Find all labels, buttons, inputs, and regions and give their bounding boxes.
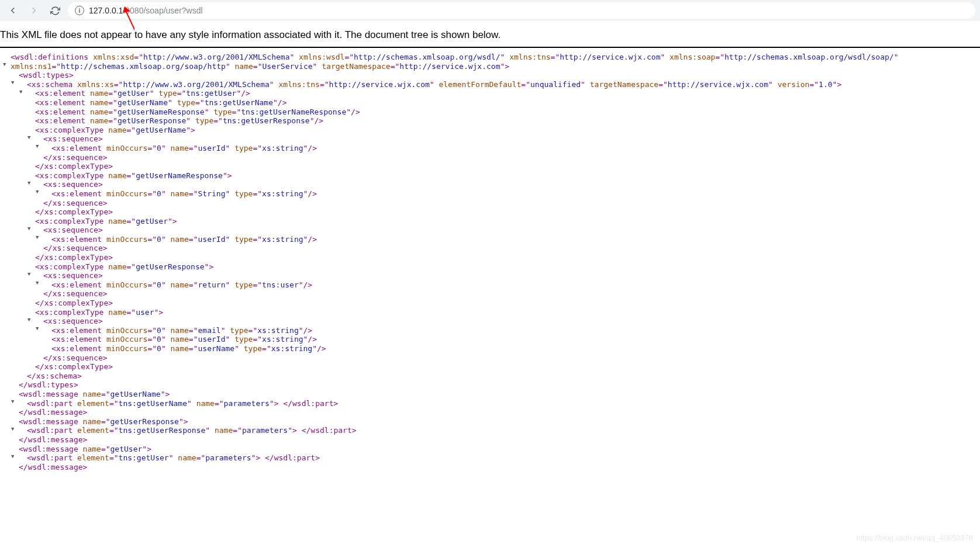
xml-no-style-banner: This XML file does not appear to have an… (0, 21, 980, 48)
back-button[interactable] (5, 2, 21, 19)
xs-element: <xs:element minOccurs="0" name="return" … (2, 280, 980, 290)
xs-element: <xs:element minOccurs="0" name="userId" … (2, 335, 980, 344)
xs-element: <xs:element minOccurs="0" name="userId" … (2, 144, 980, 153)
wsdl-message-open[interactable]: <wsdl:message name="getUserResponse"> (2, 417, 980, 426)
wsdl-definitions-open[interactable]: <wsdl:definitions xmlns:xsd="http://www.… (2, 53, 980, 62)
xs-sequence-open[interactable]: <xs:sequence> (2, 317, 980, 326)
forward-button[interactable] (26, 2, 42, 19)
browser-toolbar: i 127.0.0.1:8080/soap/user?wsdl (0, 0, 980, 21)
xml-tree: <wsdl:definitions xmlns:xsd="http://www.… (0, 53, 980, 471)
xs-element: <xs:element name="getUserNameResponse" t… (2, 107, 980, 117)
wsdl-message-open[interactable]: <wsdl:message name="getUserName"> (2, 390, 980, 399)
wsdl-part: <wsdl:part element="tns:getUserResponse"… (2, 426, 980, 435)
xs-element: <xs:element minOccurs="0" name="userId" … (2, 235, 980, 244)
xs-schema-open[interactable]: <xs:schema xmlns:xs="http://www.w3.org/2… (2, 80, 980, 89)
xs-schema-close: </xs:schema> (2, 372, 980, 381)
xs-sequence-close: </xs:sequence> (2, 289, 980, 299)
xs-complextype-open[interactable]: <xs:complexType name="getUserResponse"> (2, 262, 980, 272)
url-text: 127.0.0.1:8080/soap/user?wsdl (89, 6, 203, 15)
xs-sequence-close: </xs:sequence> (2, 244, 980, 253)
xs-sequence-close: </xs:sequence> (2, 199, 980, 208)
xs-complextype-open[interactable]: <xs:complexType name="getUser"> (2, 217, 980, 226)
xs-complextype-close: </xs:complexType> (2, 299, 980, 308)
wsdl-types-open[interactable]: <wsdl:types> (2, 71, 980, 80)
reload-button[interactable] (47, 2, 63, 19)
wsdl-message-close: </wsdl:message> (2, 435, 980, 445)
xs-element: <xs:element minOccurs="0" name="String" … (2, 189, 980, 199)
xs-element: <xs:element name="getUser" type="tns:get… (2, 89, 980, 98)
xs-complextype-close: </xs:complexType> (2, 162, 980, 171)
info-icon: i (75, 6, 84, 15)
xs-sequence-open[interactable]: <xs:sequence> (2, 180, 980, 189)
wsdl-part: <wsdl:part element="tns:getUserName" nam… (2, 399, 980, 408)
wsdl-part: <wsdl:part element="tns:getUser" name="p… (2, 453, 980, 463)
xs-complextype-close: </xs:complexType> (2, 362, 980, 372)
xs-sequence-close: </xs:sequence> (2, 353, 980, 363)
xs-sequence-open[interactable]: <xs:sequence> (2, 134, 980, 144)
wsdl-definitions-open-cont: xmlns:ns1="http://schemas.xmlsoap.org/so… (2, 62, 980, 71)
xs-complextype-close: </xs:complexType> (2, 207, 980, 217)
address-bar[interactable]: i 127.0.0.1:8080/soap/user?wsdl (68, 2, 975, 19)
xs-element: <xs:element minOccurs="0" name="email" t… (2, 326, 980, 335)
xs-sequence-open[interactable]: <xs:sequence> (2, 271, 980, 280)
xs-element: <xs:element minOccurs="0" name="userName… (2, 344, 980, 353)
wsdl-message-close: </wsdl:message> (2, 463, 980, 472)
xs-complextype-open[interactable]: <xs:complexType name="user"> (2, 308, 980, 317)
xs-element: <xs:element name="getUserName" type="tns… (2, 98, 980, 107)
wsdl-types-close: </wsdl:types> (2, 380, 980, 390)
xs-sequence-open[interactable]: <xs:sequence> (2, 226, 980, 235)
xs-complextype-open[interactable]: <xs:complexType name="getUserName"> (2, 126, 980, 135)
xs-element: <xs:element name="getUserResponse" type=… (2, 116, 980, 126)
wsdl-message-open[interactable]: <wsdl:message name="getUser"> (2, 445, 980, 454)
xs-sequence-close: </xs:sequence> (2, 153, 980, 162)
xs-complextype-close: </xs:complexType> (2, 253, 980, 262)
wsdl-message-close: </wsdl:message> (2, 408, 980, 417)
xs-complextype-open[interactable]: <xs:complexType name="getUserNameRespons… (2, 171, 980, 181)
